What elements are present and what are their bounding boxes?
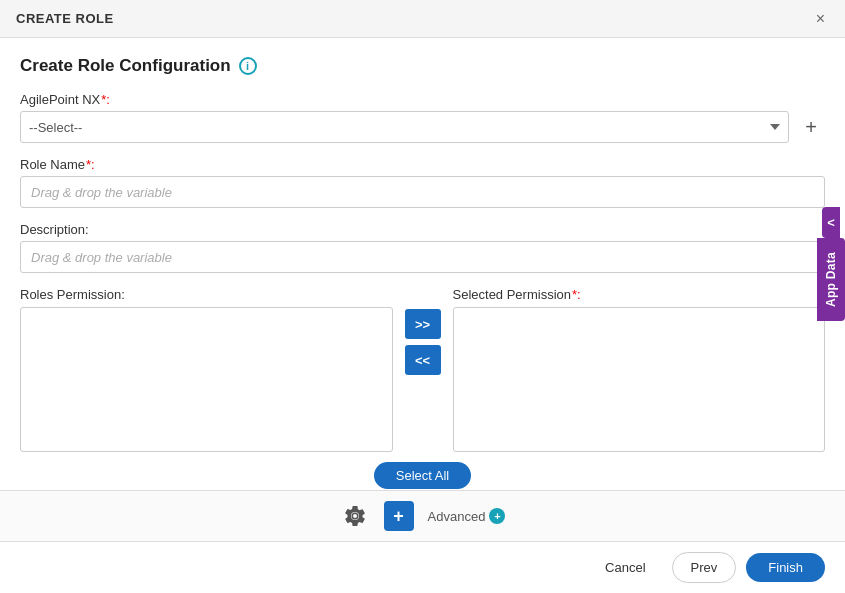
role-name-input[interactable] <box>20 176 825 208</box>
description-input[interactable] <box>20 241 825 273</box>
plus-icon: + <box>393 506 404 527</box>
chevron-left-icon: < <box>827 215 835 230</box>
arrow-buttons-group: >> << <box>393 309 453 375</box>
roles-permission-wrapper: Roles Permission: <box>20 287 393 452</box>
description-label: Description: <box>20 222 825 237</box>
advanced-label: Advanced + <box>428 508 506 524</box>
select-all-row: Select All <box>20 462 825 489</box>
modal-title: CREATE ROLE <box>16 11 114 26</box>
add-icon-button[interactable]: + <box>384 501 414 531</box>
roles-permission-box[interactable] <box>20 307 393 452</box>
finish-button[interactable]: Finish <box>746 553 825 582</box>
selected-permission-wrapper: Selected Permission*: <box>453 287 826 452</box>
modal-header: CREATE ROLE × <box>0 0 845 38</box>
selected-permission-box[interactable] <box>453 307 826 452</box>
agilepoint-group: AgilePoint NX*: --Select-- + <box>20 92 825 143</box>
section-title-row: Create Role Configuration i <box>20 56 825 76</box>
permissions-row: Roles Permission: >> << Selected Permiss… <box>20 287 825 452</box>
select-all-button[interactable]: Select All <box>374 462 471 489</box>
roles-permission-label: Roles Permission: <box>20 287 393 302</box>
section-title-text: Create Role Configuration <box>20 56 231 76</box>
move-right-button[interactable]: >> <box>405 309 441 339</box>
agilepoint-select-wrapper: --Select-- + <box>20 111 825 143</box>
agilepoint-add-button[interactable]: + <box>797 113 825 141</box>
prev-button[interactable]: Prev <box>672 552 737 583</box>
app-data-chevron-btn[interactable]: < <box>822 207 840 238</box>
gear-icon-button[interactable] <box>340 501 370 531</box>
app-data-tab[interactable]: App Data <box>817 238 845 321</box>
close-button[interactable]: × <box>812 9 829 29</box>
modal-overlay: CREATE ROLE × < App Data Create Role Con… <box>0 0 845 593</box>
agilepoint-select[interactable]: --Select-- <box>20 111 789 143</box>
advanced-plus-button[interactable]: + <box>489 508 505 524</box>
move-left-button[interactable]: << <box>405 345 441 375</box>
modal: CREATE ROLE × < App Data Create Role Con… <box>0 0 845 593</box>
app-data-tab-wrapper: < App Data <box>817 207 845 321</box>
description-group: Description: <box>20 222 825 273</box>
role-name-group: Role Name*: <box>20 157 825 208</box>
agilepoint-label: AgilePoint NX*: <box>20 92 825 107</box>
selected-permission-label: Selected Permission*: <box>453 287 826 302</box>
role-name-label: Role Name*: <box>20 157 825 172</box>
cancel-button[interactable]: Cancel <box>589 553 661 582</box>
modal-body: < App Data Create Role Configuration i A… <box>0 38 845 490</box>
footer-actions: + Advanced + <box>0 490 845 541</box>
modal-footer: Cancel Prev Finish <box>0 541 845 593</box>
info-icon[interactable]: i <box>239 57 257 75</box>
